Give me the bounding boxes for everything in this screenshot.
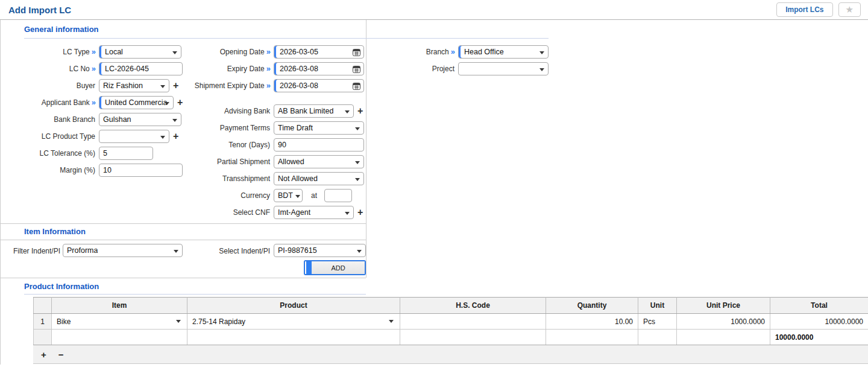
general-left-column: LC Type» Local LC No» Buyer Riz Fashion … xyxy=(5,45,192,177)
field-lc-type: LC Type» Local xyxy=(5,45,192,59)
general-information-title: General information xyxy=(24,25,99,34)
table-summary-row: 10000.0000 xyxy=(34,330,868,345)
empty-quantity-cell xyxy=(546,330,638,345)
table-footer-toolbar: + − xyxy=(33,345,868,364)
column-header-item: Item xyxy=(52,298,187,314)
field-margin: Margin (%) xyxy=(5,164,192,177)
tenor-days-input[interactable] xyxy=(274,138,364,151)
branch-label: Branch xyxy=(426,48,449,56)
column-header-total: Total xyxy=(770,298,868,314)
general-right-column: Branch» Head Office Project xyxy=(392,45,550,75)
field-select-cnf: Select CNF Imt-Agent + xyxy=(193,206,368,219)
calendar-icon[interactable] xyxy=(353,65,360,73)
lc-type-select[interactable]: Local xyxy=(99,45,181,59)
required-marker: » xyxy=(266,81,270,90)
add-button-face[interactable]: ADD xyxy=(312,261,365,274)
add-lc-product-type-button[interactable]: + xyxy=(173,130,178,143)
bank-branch-select[interactable]: Gulshan xyxy=(99,113,181,126)
lc-tolerance-input[interactable] xyxy=(99,147,153,160)
field-currency: Currency BDT at xyxy=(193,189,368,202)
lc-product-type-select[interactable] xyxy=(99,130,169,143)
unit-price-cell[interactable]: 1000.0000 xyxy=(677,314,770,330)
buyer-select[interactable]: Riz Fashion xyxy=(99,79,169,92)
transshipment-label: Transshipment xyxy=(222,174,270,183)
table-header-row: Item Product H.S. Code Quantity Unit Uni… xyxy=(34,298,868,314)
field-shipment-expiry-date: Shipment Expiry Date» 2026-03-08 xyxy=(193,79,368,101)
product-section-underline xyxy=(24,294,366,295)
select-cnf-label: Select CNF xyxy=(233,208,270,217)
section-divider xyxy=(0,240,366,240)
select-cnf-select[interactable]: Imt-Agent xyxy=(274,206,354,219)
required-marker: » xyxy=(266,64,270,73)
import-lcs-button[interactable]: Import LCs xyxy=(776,2,832,17)
lc-no-input[interactable] xyxy=(99,62,183,75)
table-row: 1 Bike 2.75-14 Rapiday 10.00 Pcs 1000.00… xyxy=(34,314,868,330)
field-payment-terms: Payment Terms Time Draft xyxy=(193,121,368,135)
margin-label: Margin (%) xyxy=(60,166,95,174)
opening-date-input[interactable]: 2026-03-05 xyxy=(274,45,364,59)
currency-select[interactable]: BDT xyxy=(274,189,303,202)
currency-rate-input[interactable] xyxy=(324,189,352,202)
add-buyer-button[interactable]: + xyxy=(173,79,178,92)
margin-input[interactable] xyxy=(99,164,183,177)
chevron-down-icon xyxy=(345,110,350,113)
empty-item-cell xyxy=(52,330,187,345)
star-icon: ★ xyxy=(846,4,854,14)
required-marker: » xyxy=(266,47,270,56)
add-cnf-button[interactable]: + xyxy=(357,206,363,219)
column-header-hs-code: H.S. Code xyxy=(400,298,546,314)
chevron-down-icon xyxy=(160,136,165,139)
add-applicant-bank-button[interactable]: + xyxy=(177,96,183,109)
field-opening-date: Opening Date» 2026-03-05 xyxy=(193,45,368,59)
filter-indent-pi-select[interactable]: Proforma xyxy=(63,244,183,257)
field-buyer: Buyer Riz Fashion + xyxy=(5,79,192,92)
required-marker: » xyxy=(92,64,95,73)
calendar-icon[interactable] xyxy=(353,82,360,90)
lc-type-label: LC Type xyxy=(63,48,89,56)
add-button-progress-bar xyxy=(306,261,312,274)
column-header-quantity: Quantity xyxy=(546,298,638,314)
empty-unit-cell xyxy=(638,330,677,345)
advising-bank-label: Advising Bank xyxy=(224,107,270,115)
add-row-button[interactable]: + xyxy=(41,349,46,360)
favorite-button[interactable]: ★ xyxy=(838,2,861,17)
payment-terms-select[interactable]: Time Draft xyxy=(274,121,364,135)
remove-row-button[interactable]: − xyxy=(58,349,64,360)
shipment-expiry-date-label: Shipment Expiry Date xyxy=(195,81,265,90)
add-advising-bank-button[interactable]: + xyxy=(357,104,363,118)
expiry-date-input[interactable]: 2026-03-08 xyxy=(274,62,364,75)
chevron-down-icon xyxy=(355,178,360,181)
currency-label: Currency xyxy=(241,191,270,200)
chevron-down-icon xyxy=(357,250,362,253)
applicant-bank-select[interactable]: United Commercial xyxy=(99,96,174,109)
select-indent-pi-select[interactable]: PI-9887615 xyxy=(274,244,366,257)
row-number-cell xyxy=(34,330,52,345)
chevron-down-icon xyxy=(345,212,350,215)
calendar-icon[interactable] xyxy=(353,48,360,56)
general-middle-column: Opening Date» 2026-03-05 Expiry Date» 20… xyxy=(193,45,368,219)
titlebar-actions: Import LCs ★ xyxy=(776,2,861,17)
branch-select[interactable]: Head Office xyxy=(458,45,549,59)
title-bar: Add Import LC Import LCs ★ xyxy=(0,0,868,20)
chevron-down-icon xyxy=(539,51,544,54)
partial-shipment-select[interactable]: Allowed xyxy=(274,155,364,168)
hs-code-cell[interactable] xyxy=(400,314,546,330)
chevron-down-icon xyxy=(295,195,300,198)
product-cell-select[interactable]: 2.75-14 Rapiday xyxy=(187,314,400,330)
add-item-button[interactable]: ADD xyxy=(304,260,366,275)
chevron-down-icon xyxy=(172,119,177,122)
lc-no-label: LC No xyxy=(69,65,90,73)
advising-bank-select[interactable]: AB Bank Limited xyxy=(274,104,354,118)
quantity-cell[interactable]: 10.00 xyxy=(546,314,638,330)
column-header-unit: Unit xyxy=(638,298,677,314)
expiry-date-label: Expiry Date xyxy=(227,65,265,73)
shipment-expiry-date-input[interactable]: 2026-03-08 xyxy=(274,79,364,92)
filter-indent-pi-label: Filter Indent/PI xyxy=(5,247,60,256)
project-select[interactable] xyxy=(458,62,549,75)
transshipment-select[interactable]: Not Allowed xyxy=(274,172,364,185)
product-information-title: Product Information xyxy=(24,282,99,291)
tenor-days-label: Tenor (Days) xyxy=(228,141,270,149)
empty-product-cell xyxy=(187,330,400,345)
field-lc-product-type: LC Product Type + xyxy=(5,130,192,143)
item-cell-select[interactable]: Bike xyxy=(52,314,187,330)
